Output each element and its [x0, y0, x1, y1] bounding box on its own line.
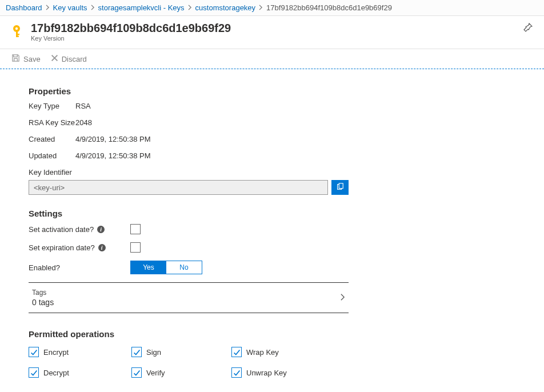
svg-rect-4 [16, 36, 19, 37]
breadcrumb-keyname[interactable]: customstoragekey [195, 3, 256, 12]
created-value: 4/9/2019, 12:50:38 PM [75, 135, 151, 143]
wrap-checkbox[interactable] [231, 347, 242, 357]
unwrap-checkbox[interactable] [231, 367, 242, 378]
updated-value: 4/9/2019, 12:50:38 PM [75, 151, 151, 160]
info-icon[interactable]: i [97, 226, 105, 233]
key-size-value: 2048 [75, 118, 92, 127]
copy-icon [336, 183, 344, 193]
page-title: 17bf9182bb694f109b8dc6d1e9b69f29 [31, 22, 523, 35]
properties-heading: Properties [29, 86, 349, 96]
breadcrumb-current: 17bf9182bb694f109b8dc6d1e9b69f29 [266, 3, 392, 12]
wrap-label: Wrap Key [246, 348, 279, 357]
save-icon [11, 54, 20, 64]
key-size-label: RSA Key Size [29, 118, 75, 127]
chevron-right-icon [340, 293, 345, 303]
svg-point-1 [15, 27, 18, 30]
expiration-checkbox[interactable] [130, 242, 141, 253]
verify-checkbox[interactable] [131, 367, 142, 378]
created-label: Created [29, 135, 75, 143]
save-button[interactable]: Save [11, 54, 41, 64]
key-icon [11, 24, 25, 39]
encrypt-checkbox[interactable] [29, 347, 39, 357]
enabled-toggle[interactable]: Yes No [130, 261, 202, 274]
svg-rect-6 [339, 183, 343, 188]
operations-heading: Permitted operations [29, 329, 349, 339]
breadcrumb: Dashboard Key vaults storagesamplekvcli … [0, 0, 544, 16]
pin-button[interactable] [523, 22, 533, 34]
toolbar: Save Discard [0, 49, 544, 69]
chevron-right-icon [46, 3, 50, 12]
tags-label: Tags [32, 289, 54, 297]
breadcrumb-keyvaults[interactable]: Key vaults [53, 3, 87, 12]
key-type-value: RSA [75, 102, 91, 110]
sign-checkbox[interactable] [131, 347, 142, 357]
discard-icon [51, 54, 58, 63]
enabled-yes[interactable]: Yes [131, 261, 166, 274]
discard-label: Discard [62, 55, 87, 63]
chevron-right-icon [91, 3, 95, 12]
page-subtitle: Key Version [31, 35, 523, 42]
breadcrumb-dashboard[interactable]: Dashboard [6, 3, 42, 12]
updated-label: Updated [29, 151, 75, 160]
info-icon[interactable]: i [98, 244, 106, 251]
chevron-right-icon [188, 3, 192, 12]
activation-label: Set activation date? [29, 225, 94, 234]
key-type-label: Key Type [29, 102, 75, 110]
encrypt-label: Encrypt [43, 348, 69, 357]
activation-checkbox[interactable] [130, 224, 141, 234]
decrypt-checkbox[interactable] [29, 367, 39, 378]
breadcrumb-vault-keys[interactable]: storagesamplekvcli - Keys [98, 3, 185, 12]
verify-label: Verify [146, 369, 165, 377]
sign-label: Sign [146, 348, 161, 357]
expiration-label: Set expiration date? [29, 243, 95, 252]
svg-rect-3 [16, 34, 19, 35]
enabled-no[interactable]: No [166, 261, 202, 274]
key-identifier-input[interactable] [29, 180, 328, 195]
settings-heading: Settings [29, 209, 349, 218]
enabled-label: Enabled? [29, 263, 60, 272]
tags-count: 0 tags [32, 298, 54, 307]
content-area: Properties Key Type RSA RSA Key Size 204… [0, 69, 349, 378]
discard-button[interactable]: Discard [51, 54, 87, 63]
page-header: 17bf9182bb694f109b8dc6d1e9b69f29 Key Ver… [0, 16, 544, 49]
copy-button[interactable] [331, 180, 349, 195]
chevron-right-icon [259, 3, 263, 12]
key-identifier-label: Key Identifier [29, 168, 349, 177]
unwrap-label: Unwrap Key [246, 369, 287, 377]
decrypt-label: Decrypt [43, 369, 69, 377]
save-label: Save [23, 55, 41, 63]
tags-row[interactable]: Tags 0 tags [29, 282, 349, 313]
